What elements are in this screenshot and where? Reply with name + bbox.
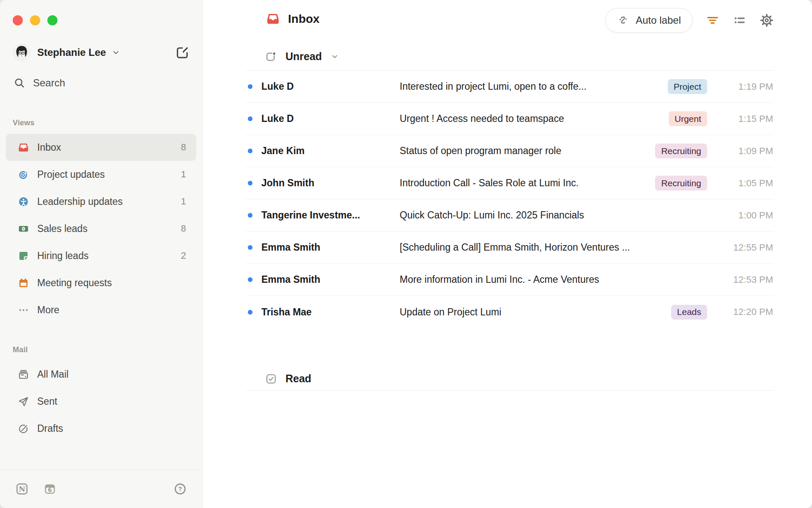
- email-subject: [Scheduling a Call] Emma Smith, Horizon …: [400, 242, 718, 253]
- views-section-label: Views: [13, 119, 35, 127]
- sidebar-item-count: 8: [181, 223, 186, 234]
- email-row-4[interactable]: Tangerine Investme... Quick Catch-Up: Lu…: [245, 199, 773, 232]
- unread-dot: [248, 277, 252, 282]
- email-row-1[interactable]: Luke D Urgent ! Access needed to teamspa…: [245, 103, 773, 135]
- compose-button[interactable]: [174, 44, 190, 61]
- sidebar-item-count: 1: [181, 196, 186, 207]
- email-list: Luke D Interested in project Lumi, open …: [245, 71, 773, 328]
- avatar: [13, 44, 30, 61]
- svg-text:N: N: [19, 485, 25, 493]
- all-mail-icon: [18, 369, 29, 380]
- sidebar-item-label: Hiring leads: [37, 250, 88, 262]
- mail-app-window: Stephanie Lee Search Views: [0, 0, 812, 508]
- calendar-icon: [18, 277, 29, 289]
- email-row-3[interactable]: John Smith Introduction Call - Sales Rol…: [245, 167, 773, 199]
- sidebar-item-count: 2: [181, 250, 186, 261]
- account-switcher[interactable]: Stephanie Lee: [13, 42, 190, 63]
- sidebar-item-meeting-requests[interactable]: Meeting requests: [6, 269, 196, 296]
- svg-text:?: ?: [178, 486, 182, 492]
- help-button[interactable]: ?: [173, 482, 187, 496]
- email-tag: Project: [668, 79, 707, 94]
- calendar-app-icon[interactable]: 6: [43, 482, 57, 496]
- sidebar-item-hiring-leads[interactable]: Hiring leads 2: [6, 242, 196, 269]
- sidebar-item-leadership-updates[interactable]: Leadership updates 1: [6, 188, 196, 215]
- minimize-window-button[interactable]: [30, 15, 40, 25]
- drafts-icon: [18, 423, 29, 434]
- sidebar-item-label: Sent: [37, 396, 57, 407]
- email-time: 1:15 PM: [718, 113, 773, 124]
- sidebar-item-label: Leadership updates: [37, 196, 123, 207]
- sidebar-item-label: Meeting requests: [37, 277, 112, 289]
- email-tag: Recruiting: [655, 144, 707, 158]
- settings-button[interactable]: [760, 13, 774, 28]
- sidebar-item-label: All Mail: [37, 369, 69, 380]
- target-icon: [18, 169, 29, 180]
- list-view-button[interactable]: [732, 13, 747, 28]
- sidebar-item-label: More: [37, 304, 59, 316]
- unread-icon: [265, 51, 277, 63]
- list-icon: [732, 13, 747, 28]
- sidebar-item-count: 8: [181, 142, 186, 153]
- unread-section-header[interactable]: Unread: [265, 50, 339, 63]
- email-subject: Introduction Call - Sales Role at Lumi I…: [400, 177, 648, 189]
- unread-label: Unread: [285, 50, 322, 63]
- notion-app-icon[interactable]: N: [15, 482, 29, 496]
- email-sender: Tangerine Investme...: [261, 210, 400, 221]
- email-time: 1:00 PM: [718, 210, 773, 221]
- email-row-2[interactable]: Jane Kim Status of open program manager …: [245, 135, 773, 167]
- email-time: 12:53 PM: [718, 274, 773, 285]
- inbox-icon: [18, 142, 29, 153]
- email-subject: Interested in project Lumi, open to a co…: [400, 81, 661, 92]
- sidebar-item-sales-leads[interactable]: Sales leads 8: [6, 215, 196, 242]
- read-divider: [245, 390, 773, 391]
- gear-icon: [760, 13, 774, 28]
- accessibility-icon: [18, 196, 29, 207]
- email-sender: Luke D: [261, 113, 400, 124]
- sidebar-item-project-updates[interactable]: Project updates 1: [6, 161, 196, 188]
- close-window-button[interactable]: [13, 15, 23, 25]
- unread-dot: [248, 116, 252, 121]
- zoom-window-button[interactable]: [47, 15, 58, 25]
- sidebar-item-sent[interactable]: Sent: [6, 388, 196, 415]
- svg-text:6: 6: [48, 487, 52, 493]
- sidebar-footer: N 6 ?: [15, 470, 187, 508]
- auto-label-icon: [617, 14, 630, 27]
- read-label: Read: [285, 373, 311, 385]
- window-controls: [13, 15, 58, 25]
- ellipsis-icon: [18, 304, 29, 316]
- mail-section-label: Mail: [13, 345, 28, 354]
- sidebar-item-more[interactable]: More: [6, 296, 196, 323]
- email-sender: Emma Smith: [261, 242, 400, 253]
- sidebar-item-count: 1: [181, 169, 186, 180]
- send-icon: [18, 396, 29, 407]
- email-tag: Urgent: [669, 111, 707, 126]
- sidebar-item-label: Inbox: [37, 142, 61, 153]
- sidebar: Stephanie Lee Search Views: [0, 0, 203, 508]
- filter-button[interactable]: [705, 13, 720, 28]
- unread-dot: [248, 310, 252, 315]
- sidebar-item-all-mail[interactable]: All Mail: [6, 361, 196, 388]
- email-subject: Update on Project Lumi: [400, 306, 664, 318]
- search-button[interactable]: Search: [14, 77, 65, 89]
- filter-icon: [705, 13, 720, 28]
- sidebar-item-inbox[interactable]: Inbox 8: [6, 134, 196, 161]
- main-pane: Inbox Auto label: [203, 0, 812, 508]
- email-time: 1:05 PM: [718, 178, 773, 189]
- money-icon: [18, 223, 29, 235]
- email-sender: John Smith: [261, 177, 400, 189]
- email-row-0[interactable]: Luke D Interested in project Lumi, open …: [245, 71, 773, 103]
- auto-label-button[interactable]: Auto label: [605, 8, 693, 33]
- sidebar-item-drafts[interactable]: Drafts: [6, 415, 196, 442]
- email-tag: Leads: [671, 305, 707, 320]
- email-row-7[interactable]: Trisha Mae Update on Project Lumi Leads …: [245, 296, 773, 328]
- email-row-6[interactable]: Emma Smith More information in Lumi Inc.…: [245, 264, 773, 296]
- email-sender: Jane Kim: [261, 145, 400, 157]
- email-row-5[interactable]: Emma Smith [Scheduling a Call] Emma Smit…: [245, 232, 773, 264]
- unread-dot: [248, 84, 252, 89]
- email-subject: More information in Lumi Inc. - Acme Ven…: [400, 274, 718, 285]
- header-actions: Auto label: [605, 8, 774, 33]
- email-sender: Emma Smith: [261, 274, 400, 285]
- read-section-header[interactable]: Read: [265, 373, 311, 385]
- board-icon: [18, 250, 29, 262]
- unread-dot: [248, 181, 252, 185]
